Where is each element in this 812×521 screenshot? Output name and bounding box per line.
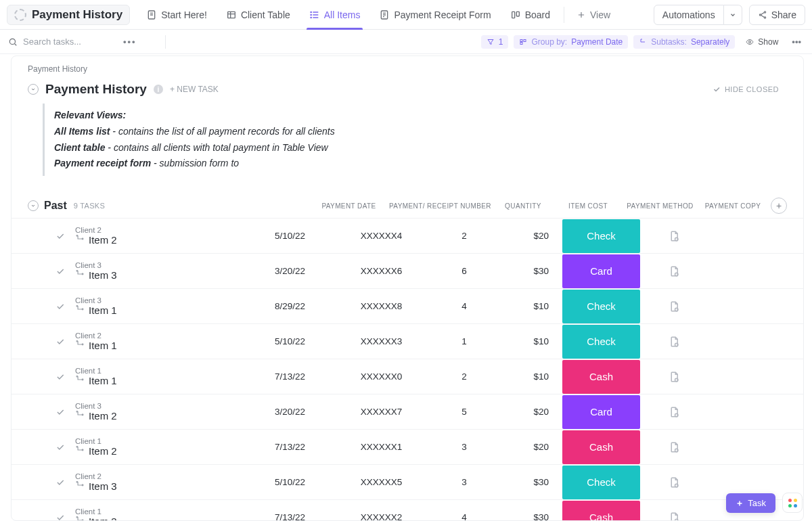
info-icon[interactable]: i	[154, 85, 163, 94]
task-client[interactable]: Client 1	[75, 367, 251, 375]
task-client[interactable]: Client 2	[75, 226, 251, 234]
cell-payment-method[interactable]: Check	[562, 219, 640, 253]
tab-payment-receipt-form[interactable]: Payment Receipt Form	[369, 0, 500, 30]
cell-item-cost[interactable]: $20	[495, 442, 562, 452]
cell-receipt-number[interactable]: XXXXXX6	[329, 266, 434, 276]
apps-button[interactable]	[782, 493, 803, 513]
task-item[interactable]: Item 3	[75, 269, 251, 281]
status-check-icon[interactable]	[52, 302, 68, 311]
col-payment-date[interactable]: PAYMENT DATE	[310, 202, 388, 210]
breadcrumb[interactable]: Payment History	[12, 56, 803, 74]
subtasks-chip[interactable]: Subtasks: Separately	[633, 35, 735, 49]
cell-payment-copy[interactable]	[640, 300, 708, 313]
automations-button[interactable]: Automations	[654, 5, 724, 25]
cell-receipt-number[interactable]: XXXXXX7	[329, 407, 434, 417]
new-task-button[interactable]: + NEW TASK	[170, 85, 219, 94]
cell-payment-copy[interactable]	[640, 336, 708, 348]
cell-payment-date[interactable]: 5/10/22	[251, 477, 329, 487]
col-receipt-number[interactable]: PAYMENT/ RECEIPT NUMBER	[388, 202, 493, 210]
status-check-icon[interactable]	[52, 443, 68, 452]
hide-closed-toggle[interactable]: HIDE CLOSED	[713, 85, 787, 93]
task-item[interactable]: Item 3	[75, 516, 251, 521]
status-check-icon[interactable]	[52, 407, 68, 417]
cell-quantity[interactable]: 4	[434, 301, 495, 311]
cell-quantity[interactable]: 5	[434, 407, 495, 417]
status-check-icon[interactable]	[52, 372, 68, 382]
add-view-button[interactable]: View	[568, 0, 618, 30]
cell-item-cost[interactable]: $30	[495, 512, 562, 521]
table-row[interactable]: Client 3Item 33/20/22XXXXXX66$30Card	[12, 253, 803, 288]
cell-payment-method[interactable]: Card	[562, 254, 640, 288]
task-item[interactable]: Item 2	[75, 234, 251, 246]
tab-client-table[interactable]: Client Table	[217, 0, 300, 30]
table-row[interactable]: Client 1Item 17/13/22XXXXXX02$10Cash	[12, 359, 803, 394]
cell-item-cost[interactable]: $20	[495, 407, 562, 417]
cell-receipt-number[interactable]: XXXXXX3	[329, 336, 434, 346]
task-item[interactable]: Item 2	[75, 445, 251, 457]
cell-payment-date[interactable]: 5/10/22	[251, 231, 329, 241]
cell-receipt-number[interactable]: XXXXXX2	[329, 512, 434, 521]
cell-item-cost[interactable]: $30	[495, 266, 562, 276]
cell-quantity[interactable]: 4	[434, 512, 495, 521]
cell-payment-copy[interactable]	[640, 230, 708, 242]
tab-start-here[interactable]: Start Here!	[137, 0, 217, 30]
task-client[interactable]: Client 2	[75, 332, 251, 340]
table-row[interactable]: Client 1Item 37/13/22XXXXXX24$30Cash	[12, 499, 803, 521]
cell-payment-method[interactable]: Check	[562, 466, 640, 499]
more-options-icon[interactable]: •••	[789, 37, 804, 47]
cell-payment-date[interactable]: 7/13/22	[251, 371, 329, 382]
cell-payment-date[interactable]: 3/20/22	[251, 407, 329, 417]
cell-payment-method[interactable]: Cash	[562, 501, 640, 521]
search-input[interactable]	[23, 37, 118, 47]
cell-payment-date[interactable]: 3/20/22	[251, 266, 329, 276]
task-client[interactable]: Client 2	[75, 472, 251, 480]
task-item[interactable]: Item 1	[75, 304, 251, 316]
cell-payment-copy[interactable]	[640, 406, 708, 418]
task-client[interactable]: Client 3	[75, 261, 251, 269]
status-check-icon[interactable]	[52, 337, 68, 346]
filter-chip[interactable]: 1	[481, 35, 509, 49]
add-column-button[interactable]: +	[771, 198, 787, 214]
cell-quantity[interactable]: 2	[434, 371, 495, 382]
status-check-icon[interactable]	[52, 267, 68, 276]
new-task-floating-button[interactable]: Task	[726, 493, 775, 513]
col-payment-copy[interactable]: PAYMENT COPY	[699, 202, 767, 210]
cell-quantity[interactable]: 3	[434, 442, 495, 452]
task-item[interactable]: Item 1	[75, 340, 251, 351]
task-client[interactable]: Client 1	[75, 437, 251, 445]
cell-quantity[interactable]: 1	[434, 336, 495, 346]
group-collapse-toggle[interactable]	[28, 200, 39, 211]
cell-item-cost[interactable]: $20	[495, 231, 562, 241]
cell-item-cost[interactable]: $10	[495, 336, 562, 346]
collapse-toggle[interactable]	[28, 84, 39, 95]
status-check-icon[interactable]	[52, 513, 68, 521]
cell-payment-copy[interactable]	[640, 476, 708, 489]
cell-payment-method[interactable]: Check	[562, 325, 640, 359]
task-client[interactable]: Client 1	[75, 507, 251, 516]
search-more-icon[interactable]: •••	[123, 37, 137, 47]
share-button[interactable]: Share	[749, 5, 805, 25]
task-item[interactable]: Item 2	[75, 410, 251, 422]
group-name[interactable]: Past	[44, 200, 67, 212]
table-row[interactable]: Client 2Item 35/10/22XXXXXX53$30Check	[12, 464, 803, 499]
cell-payment-method[interactable]: Cash	[562, 430, 640, 464]
cell-receipt-number[interactable]: XXXXXX8	[329, 301, 434, 311]
table-row[interactable]: Client 1Item 27/13/22XXXXXX13$20Cash	[12, 429, 803, 464]
cell-payment-date[interactable]: 7/13/22	[251, 512, 329, 521]
cell-payment-copy[interactable]	[640, 512, 708, 521]
cell-payment-date[interactable]: 8/29/22	[251, 301, 329, 311]
cell-item-cost[interactable]: $30	[495, 477, 562, 487]
cell-payment-copy[interactable]	[640, 265, 708, 277]
cell-receipt-number[interactable]: XXXXXX5	[329, 477, 434, 487]
cell-receipt-number[interactable]: XXXXXX0	[329, 371, 434, 382]
table-row[interactable]: Client 2Item 25/10/22XXXXXX42$20Check	[12, 218, 803, 253]
cell-quantity[interactable]: 3	[434, 477, 495, 487]
tab-board[interactable]: Board	[501, 0, 560, 30]
task-item[interactable]: Item 1	[75, 375, 251, 386]
cell-payment-copy[interactable]	[640, 441, 708, 453]
group-by-chip[interactable]: Group by: Payment Date	[514, 35, 628, 49]
cell-payment-copy[interactable]	[640, 371, 708, 383]
list-title-wrap[interactable]: Payment History	[7, 5, 130, 25]
table-row[interactable]: Client 3Item 18/29/22XXXXXX84$10Check	[12, 288, 803, 323]
cell-payment-method[interactable]: Cash	[562, 360, 640, 394]
